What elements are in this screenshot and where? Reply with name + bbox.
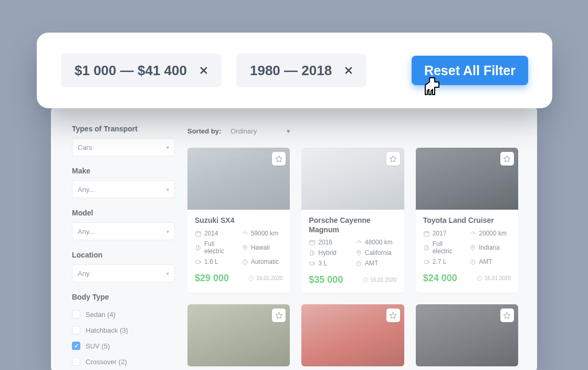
transport-heading: Types of Transport xyxy=(72,125,175,133)
svg-rect-0 xyxy=(196,231,201,236)
location-select[interactable]: Any ▾ xyxy=(72,264,175,282)
checkbox-icon xyxy=(72,342,80,350)
make-heading: Make xyxy=(72,167,175,175)
vehicle-card[interactable]: Toyota Land Cruiser 2017 20000 km Full e… xyxy=(416,148,518,293)
chevron-down-icon: ▾ xyxy=(166,229,169,234)
spec-trans: AMT xyxy=(479,258,492,265)
vehicle-thumbnail xyxy=(416,148,518,210)
spec-mileage: 59000 km xyxy=(251,230,279,237)
favorite-button[interactable] xyxy=(272,152,286,166)
transmission-icon xyxy=(355,260,362,267)
favorite-button[interactable] xyxy=(272,309,286,322)
vehicle-thumbnail xyxy=(187,148,290,210)
engine-icon xyxy=(195,259,202,265)
engine-icon xyxy=(309,260,316,267)
bodytype-list: Sedan (4) Hatchback (3) SUV (5) Crossove… xyxy=(72,306,175,370)
svg-rect-5 xyxy=(310,240,315,245)
cards-grid: Suzuki SX4 2014 59000 km Full electric H… xyxy=(187,148,518,366)
remove-filter-button[interactable] xyxy=(342,64,355,77)
favorite-button[interactable] xyxy=(500,309,514,322)
bodytype-option[interactable]: SUV (5) xyxy=(72,338,175,354)
favorite-button[interactable] xyxy=(500,152,514,166)
chevron-down-icon: ▾ xyxy=(287,127,290,135)
vehicle-card[interactable] xyxy=(301,304,404,366)
vehicle-date: 16.01.2020 xyxy=(477,275,511,281)
gauge-icon xyxy=(469,230,476,237)
bodytype-option[interactable]: Hatchback (3) xyxy=(72,322,175,338)
transmission-icon xyxy=(469,259,476,265)
vehicle-card[interactable] xyxy=(187,304,290,366)
gauge-icon xyxy=(242,230,248,237)
vehicle-thumbnail xyxy=(301,304,404,366)
vehicle-card[interactable] xyxy=(416,304,518,366)
bodytype-option[interactable]: Sedan (4) xyxy=(72,306,175,322)
vehicle-date: 16.01.2020 xyxy=(363,277,397,283)
model-heading: Model xyxy=(72,209,175,217)
spec-fuel: Hybrid xyxy=(318,249,337,256)
sort-label: Sorted by: xyxy=(187,127,221,135)
listings-area: Sorted by: Ordinary ▾ Suzuki SX4 2014 xyxy=(187,125,518,370)
spec-location: California xyxy=(365,249,392,256)
close-icon xyxy=(198,65,209,76)
gauge-icon xyxy=(355,239,362,246)
spec-trans: AMT xyxy=(365,260,378,267)
active-filters-bar: $1 000 — $41 400 1980 — 2018 Reset All F… xyxy=(37,33,552,108)
spec-location: Hawaii xyxy=(251,244,270,251)
checkbox-icon xyxy=(72,357,80,366)
make-value: Any... xyxy=(78,186,94,193)
close-icon xyxy=(343,65,354,76)
chevron-down-icon: ▾ xyxy=(166,187,169,192)
spec-trans: Automatic xyxy=(251,258,279,265)
location-icon xyxy=(242,244,248,251)
calendar-icon xyxy=(309,239,316,246)
fuel-icon xyxy=(309,250,316,256)
bodytype-heading: Body Type xyxy=(72,293,175,301)
vehicle-price: $35 000 xyxy=(309,274,343,285)
filter-chip-year: 1980 — 2018 xyxy=(236,54,366,87)
star-icon xyxy=(503,312,511,320)
vehicle-thumbnail xyxy=(187,304,290,366)
spec-engine: 3 L xyxy=(318,260,327,267)
checkbox-icon xyxy=(72,310,80,318)
spec-year: 2014 xyxy=(204,230,218,237)
favorite-button[interactable] xyxy=(386,152,400,166)
vehicle-title: Porsche Cayenne Magnum xyxy=(309,216,396,234)
fuel-icon xyxy=(423,244,430,251)
bodytype-option[interactable]: Crossover (2) xyxy=(72,354,175,369)
vehicle-title: Suzuki SX4 xyxy=(195,216,282,225)
clock-icon xyxy=(477,275,482,281)
svg-rect-7 xyxy=(310,262,314,264)
model-value: Any... xyxy=(78,228,94,235)
vehicle-price: $29 000 xyxy=(195,273,229,284)
transport-value: Cars xyxy=(78,143,92,151)
spec-engine: 1.6 L xyxy=(204,258,218,265)
svg-point-1 xyxy=(244,246,246,248)
make-select[interactable]: Any... ▾ xyxy=(72,180,175,198)
model-select[interactable]: Any... ▾ xyxy=(72,222,175,240)
location-value: Any xyxy=(78,270,89,278)
calendar-icon xyxy=(195,230,202,237)
sort-select[interactable]: Ordinary ▾ xyxy=(226,125,295,137)
remove-filter-button[interactable] xyxy=(197,64,210,77)
spec-year: 2016 xyxy=(318,239,332,246)
clock-icon xyxy=(248,275,254,281)
chevron-down-icon: ▾ xyxy=(166,145,169,150)
vehicle-card[interactable]: Suzuki SX4 2014 59000 km Full electric H… xyxy=(187,148,290,293)
vehicle-card[interactable]: Porsche Cayenne Magnum 2016 48000 km Hyb… xyxy=(301,148,404,293)
fuel-icon xyxy=(195,244,202,251)
spec-mileage: 20000 km xyxy=(479,230,507,237)
results-page: Types of Transport Cars ▾ Make Any... ▾ … xyxy=(51,108,537,370)
sort-value: Ordinary xyxy=(230,127,257,135)
star-icon xyxy=(275,155,283,163)
reset-filters-button[interactable]: Reset All Filter xyxy=(412,56,528,85)
star-icon xyxy=(389,155,397,163)
svg-rect-12 xyxy=(424,260,428,263)
location-icon xyxy=(355,250,362,256)
favorite-button[interactable] xyxy=(386,309,400,322)
location-icon xyxy=(469,244,476,251)
spec-fuel: Full electric xyxy=(204,240,236,255)
svg-point-11 xyxy=(472,246,474,248)
svg-rect-2 xyxy=(196,260,200,263)
transport-select[interactable]: Cars ▾ xyxy=(72,138,175,156)
svg-rect-10 xyxy=(424,231,429,236)
